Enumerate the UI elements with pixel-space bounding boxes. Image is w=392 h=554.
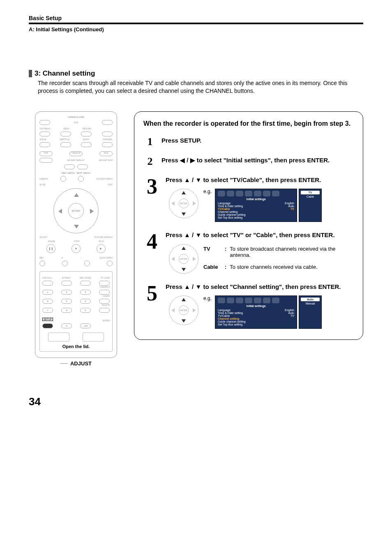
dpad: ENTER — [53, 188, 99, 233]
content-menu-label: CONTENT MENU — [96, 178, 113, 180]
adjust-callout: ADJUST — [70, 360, 92, 367]
instruction-intro: When the recorder is operated for the fi… — [143, 120, 354, 127]
osd-5-side: AutoManual — [299, 295, 322, 329]
step-2-text: Press ◀ / ▶ to select "Initial settings"… — [161, 156, 354, 164]
play-button: ▶ — [97, 244, 106, 253]
circle-btn — [84, 261, 90, 266]
ch-dn-btn — [102, 142, 113, 147]
angle-label: ANGLE — [39, 138, 46, 141]
enter-button: ENTER — [68, 203, 84, 219]
pause-button: ❚❚ — [46, 244, 55, 253]
osd-3-side: TVCable — [299, 189, 322, 222]
menu-btn — [60, 132, 71, 136]
is-btn — [77, 164, 88, 169]
dpad-right-icon — [90, 209, 94, 214]
header-basic: Basic Setup — [29, 15, 363, 21]
num-0: 0 — [61, 323, 72, 328]
num-4: 4 — [42, 299, 53, 304]
play-label: PLAY — [99, 240, 104, 242]
return-btn — [81, 132, 92, 136]
step-4-text: Press ▲ / ▼ to select "TV" or "Cable", t… — [166, 231, 354, 239]
eg-label-5: e.g. — [203, 295, 212, 301]
audio-btn — [81, 142, 92, 147]
osd-3-main: Initial settings LanguageEnglishTime & D… — [215, 189, 297, 222]
num-2: 2 — [61, 290, 72, 295]
slow-label: SLOW — [39, 183, 46, 186]
num-1: 1 — [42, 290, 53, 295]
remote-illustration: OPEN/CLOSE DVD TOP MENU MENU RETURN — [35, 111, 117, 358]
eg-label-3: e.g. — [203, 189, 212, 194]
star-btn — [62, 261, 68, 266]
quick-menu-label: QUICK MENU — [99, 256, 113, 259]
library-label: LIBRARY — [39, 178, 48, 180]
ch-up-btn — [102, 132, 113, 136]
angle-btn — [39, 142, 50, 147]
num-plus10: +10 — [80, 323, 91, 328]
step-1-text: Press SETUP. — [161, 136, 354, 145]
tsearch-label: T.SEARCH — [42, 286, 110, 288]
setup-label-box: SETUP — [42, 318, 53, 321]
content-btn — [78, 176, 84, 182]
quick-btn — [107, 261, 113, 266]
cable-definition: Cable : To store channels received via c… — [203, 264, 354, 270]
recmode-label: REC MODE — [80, 277, 91, 279]
stop-label: STOP — [74, 240, 80, 242]
osd-5-main: Initial settings LanguageEnglishTime & D… — [215, 295, 297, 329]
audio-label: AUDIO — [83, 138, 90, 141]
enter2-label: ENTER — [103, 319, 110, 322]
section-desc: The recorder scans through all receivabl… — [38, 79, 363, 95]
menu-label: MENU — [63, 127, 69, 130]
dpad-left-icon — [58, 209, 62, 214]
mini-dpad-3: ENTER — [169, 189, 198, 218]
extend-label: EXTEND — [62, 277, 70, 279]
instant-skip-label: INSTANT SKIP — [99, 159, 113, 162]
rec-edit-menu-label: REC MENU EDIT MENU — [39, 172, 113, 174]
open-close-label: OPEN/CLOSE — [39, 116, 113, 118]
skip-label: SKIP — [108, 183, 113, 186]
step-3-text: Press ▲ / ▼ to select "TV/Cable", then p… — [166, 176, 354, 184]
num-8: 8 — [61, 308, 72, 313]
step-1-number: 1 — [143, 136, 157, 147]
num-3: 3 — [80, 290, 91, 295]
top-menu-label: TOP MENU — [39, 127, 50, 130]
header-sub: A: Initial Settings (Continued) — [29, 26, 363, 32]
step-5-number: 5 — [143, 283, 161, 329]
dvd-btn: DVD — [99, 151, 113, 156]
num-7: 7 — [42, 308, 53, 313]
pause-label: PAUSE — [48, 240, 55, 242]
step-5-text: Press ▲ / ▼ to select "Channel setting",… — [166, 283, 354, 291]
mini-dpad-5: ENTER — [169, 295, 198, 325]
step-3-number: 3 — [143, 176, 161, 222]
open-lid-label: Open the lid. — [42, 344, 110, 349]
remote-lid: VCR Plus+ EXTEND REC MODE TV CODE T.SEAR… — [39, 271, 113, 352]
adjust-small-label: ADJUST — [39, 236, 47, 238]
num-9: 9 — [80, 308, 91, 313]
subtitle-label: SUBTITLE — [60, 138, 69, 141]
rec-label: REC — [39, 256, 44, 259]
ir-btn — [64, 164, 75, 169]
clear-label: CLEAR — [42, 295, 110, 297]
tvcode-label: TV CODE — [101, 277, 110, 279]
section-marker — [29, 70, 32, 77]
picture-search-label: PICTURE SEARCH — [95, 236, 113, 238]
easy-navi-btn — [39, 158, 53, 163]
hdd-btn: HDD — [39, 151, 53, 156]
channel-label: CHANNEL — [103, 138, 113, 141]
tv-definition: TV : To store broadcast channels receive… — [203, 246, 354, 258]
page-number: 34 — [29, 395, 363, 408]
stop-button: ■ — [71, 244, 81, 253]
eject-button — [39, 120, 50, 125]
instant-replay-label: INSTANT REPLAY — [67, 159, 84, 162]
step-4-number: 4 — [143, 231, 161, 274]
step-2-number: 2 — [143, 156, 157, 167]
return-label: RETURN — [83, 127, 91, 130]
library-btn — [60, 176, 66, 182]
setup-btn — [42, 323, 53, 328]
mini-dpad-4: ENTER — [169, 244, 198, 274]
top-menu-btn — [39, 132, 50, 136]
delete-label: DELETE — [42, 304, 110, 306]
vcrplus-label: VCR Plus+ — [42, 277, 53, 279]
circle-label: ○ — [81, 256, 82, 259]
subtitle-btn — [60, 142, 71, 147]
dpad-down-icon — [74, 225, 79, 229]
